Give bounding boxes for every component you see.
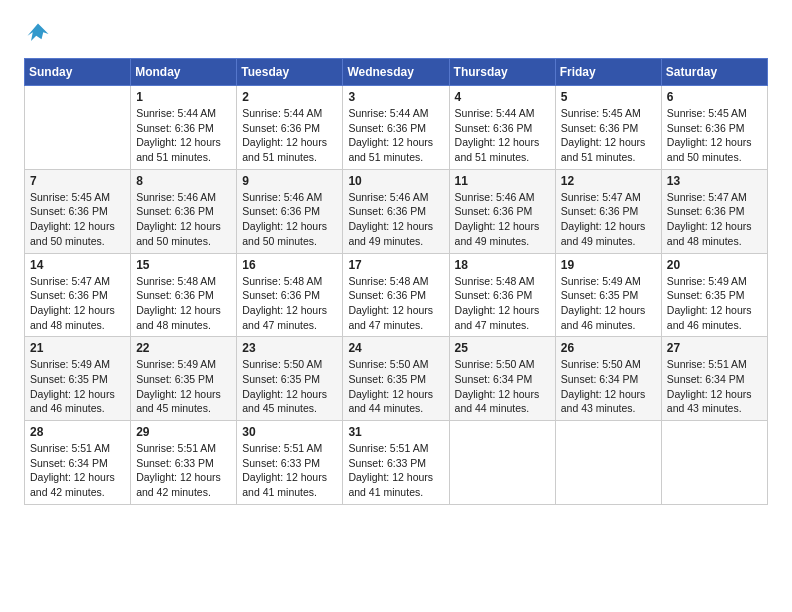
day-number: 7 bbox=[30, 174, 125, 188]
day-info: Sunrise: 5:49 AMSunset: 6:35 PMDaylight:… bbox=[30, 357, 125, 416]
day-info: Sunrise: 5:51 AMSunset: 6:34 PMDaylight:… bbox=[30, 441, 125, 500]
day-number: 22 bbox=[136, 341, 231, 355]
day-header: Sunday bbox=[25, 59, 131, 86]
day-info: Sunrise: 5:49 AMSunset: 6:35 PMDaylight:… bbox=[667, 274, 762, 333]
calendar-cell: 5Sunrise: 5:45 AMSunset: 6:36 PMDaylight… bbox=[555, 86, 661, 170]
day-info: Sunrise: 5:46 AMSunset: 6:36 PMDaylight:… bbox=[348, 190, 443, 249]
day-number: 23 bbox=[242, 341, 337, 355]
calendar-cell: 24Sunrise: 5:50 AMSunset: 6:35 PMDayligh… bbox=[343, 337, 449, 421]
calendar-cell: 4Sunrise: 5:44 AMSunset: 6:36 PMDaylight… bbox=[449, 86, 555, 170]
calendar-cell: 31Sunrise: 5:51 AMSunset: 6:33 PMDayligh… bbox=[343, 421, 449, 505]
day-number: 1 bbox=[136, 90, 231, 104]
calendar-cell: 11Sunrise: 5:46 AMSunset: 6:36 PMDayligh… bbox=[449, 169, 555, 253]
day-number: 12 bbox=[561, 174, 656, 188]
day-header: Thursday bbox=[449, 59, 555, 86]
day-info: Sunrise: 5:44 AMSunset: 6:36 PMDaylight:… bbox=[455, 106, 550, 165]
calendar-week-row: 1Sunrise: 5:44 AMSunset: 6:36 PMDaylight… bbox=[25, 86, 768, 170]
day-number: 11 bbox=[455, 174, 550, 188]
calendar-cell: 16Sunrise: 5:48 AMSunset: 6:36 PMDayligh… bbox=[237, 253, 343, 337]
day-number: 13 bbox=[667, 174, 762, 188]
day-info: Sunrise: 5:44 AMSunset: 6:36 PMDaylight:… bbox=[242, 106, 337, 165]
day-header: Friday bbox=[555, 59, 661, 86]
calendar-table: SundayMondayTuesdayWednesdayThursdayFrid… bbox=[24, 58, 768, 505]
day-number: 5 bbox=[561, 90, 656, 104]
day-header: Wednesday bbox=[343, 59, 449, 86]
day-number: 14 bbox=[30, 258, 125, 272]
day-number: 8 bbox=[136, 174, 231, 188]
calendar-week-row: 14Sunrise: 5:47 AMSunset: 6:36 PMDayligh… bbox=[25, 253, 768, 337]
day-info: Sunrise: 5:44 AMSunset: 6:36 PMDaylight:… bbox=[348, 106, 443, 165]
day-number: 17 bbox=[348, 258, 443, 272]
calendar-cell: 22Sunrise: 5:49 AMSunset: 6:35 PMDayligh… bbox=[131, 337, 237, 421]
calendar-cell: 1Sunrise: 5:44 AMSunset: 6:36 PMDaylight… bbox=[131, 86, 237, 170]
day-info: Sunrise: 5:51 AMSunset: 6:34 PMDaylight:… bbox=[667, 357, 762, 416]
calendar-cell: 30Sunrise: 5:51 AMSunset: 6:33 PMDayligh… bbox=[237, 421, 343, 505]
day-info: Sunrise: 5:51 AMSunset: 6:33 PMDaylight:… bbox=[136, 441, 231, 500]
day-number: 10 bbox=[348, 174, 443, 188]
logo bbox=[24, 20, 56, 48]
day-info: Sunrise: 5:48 AMSunset: 6:36 PMDaylight:… bbox=[136, 274, 231, 333]
svg-marker-0 bbox=[28, 24, 49, 42]
day-info: Sunrise: 5:51 AMSunset: 6:33 PMDaylight:… bbox=[242, 441, 337, 500]
day-header: Monday bbox=[131, 59, 237, 86]
calendar-header-row: SundayMondayTuesdayWednesdayThursdayFrid… bbox=[25, 59, 768, 86]
calendar-cell: 26Sunrise: 5:50 AMSunset: 6:34 PMDayligh… bbox=[555, 337, 661, 421]
day-number: 30 bbox=[242, 425, 337, 439]
day-number: 29 bbox=[136, 425, 231, 439]
day-number: 24 bbox=[348, 341, 443, 355]
day-info: Sunrise: 5:47 AMSunset: 6:36 PMDaylight:… bbox=[667, 190, 762, 249]
day-info: Sunrise: 5:50 AMSunset: 6:34 PMDaylight:… bbox=[561, 357, 656, 416]
calendar-week-row: 28Sunrise: 5:51 AMSunset: 6:34 PMDayligh… bbox=[25, 421, 768, 505]
calendar-cell bbox=[449, 421, 555, 505]
calendar-cell: 21Sunrise: 5:49 AMSunset: 6:35 PMDayligh… bbox=[25, 337, 131, 421]
page-header bbox=[24, 20, 768, 48]
day-number: 18 bbox=[455, 258, 550, 272]
calendar-cell: 28Sunrise: 5:51 AMSunset: 6:34 PMDayligh… bbox=[25, 421, 131, 505]
day-number: 3 bbox=[348, 90, 443, 104]
day-info: Sunrise: 5:47 AMSunset: 6:36 PMDaylight:… bbox=[30, 274, 125, 333]
day-info: Sunrise: 5:46 AMSunset: 6:36 PMDaylight:… bbox=[455, 190, 550, 249]
day-header: Tuesday bbox=[237, 59, 343, 86]
day-number: 19 bbox=[561, 258, 656, 272]
calendar-cell: 3Sunrise: 5:44 AMSunset: 6:36 PMDaylight… bbox=[343, 86, 449, 170]
day-info: Sunrise: 5:46 AMSunset: 6:36 PMDaylight:… bbox=[136, 190, 231, 249]
day-info: Sunrise: 5:44 AMSunset: 6:36 PMDaylight:… bbox=[136, 106, 231, 165]
calendar-cell: 15Sunrise: 5:48 AMSunset: 6:36 PMDayligh… bbox=[131, 253, 237, 337]
calendar-cell: 27Sunrise: 5:51 AMSunset: 6:34 PMDayligh… bbox=[661, 337, 767, 421]
day-info: Sunrise: 5:50 AMSunset: 6:35 PMDaylight:… bbox=[348, 357, 443, 416]
calendar-cell bbox=[555, 421, 661, 505]
day-number: 15 bbox=[136, 258, 231, 272]
day-info: Sunrise: 5:46 AMSunset: 6:36 PMDaylight:… bbox=[242, 190, 337, 249]
day-number: 6 bbox=[667, 90, 762, 104]
calendar-cell: 18Sunrise: 5:48 AMSunset: 6:36 PMDayligh… bbox=[449, 253, 555, 337]
day-info: Sunrise: 5:49 AMSunset: 6:35 PMDaylight:… bbox=[561, 274, 656, 333]
calendar-cell: 9Sunrise: 5:46 AMSunset: 6:36 PMDaylight… bbox=[237, 169, 343, 253]
day-header: Saturday bbox=[661, 59, 767, 86]
day-info: Sunrise: 5:49 AMSunset: 6:35 PMDaylight:… bbox=[136, 357, 231, 416]
day-info: Sunrise: 5:48 AMSunset: 6:36 PMDaylight:… bbox=[348, 274, 443, 333]
day-number: 9 bbox=[242, 174, 337, 188]
calendar-cell: 2Sunrise: 5:44 AMSunset: 6:36 PMDaylight… bbox=[237, 86, 343, 170]
calendar-cell: 7Sunrise: 5:45 AMSunset: 6:36 PMDaylight… bbox=[25, 169, 131, 253]
day-number: 25 bbox=[455, 341, 550, 355]
day-info: Sunrise: 5:48 AMSunset: 6:36 PMDaylight:… bbox=[242, 274, 337, 333]
day-number: 2 bbox=[242, 90, 337, 104]
day-info: Sunrise: 5:45 AMSunset: 6:36 PMDaylight:… bbox=[561, 106, 656, 165]
day-info: Sunrise: 5:48 AMSunset: 6:36 PMDaylight:… bbox=[455, 274, 550, 333]
calendar-cell: 12Sunrise: 5:47 AMSunset: 6:36 PMDayligh… bbox=[555, 169, 661, 253]
day-number: 4 bbox=[455, 90, 550, 104]
calendar-week-row: 7Sunrise: 5:45 AMSunset: 6:36 PMDaylight… bbox=[25, 169, 768, 253]
day-number: 27 bbox=[667, 341, 762, 355]
calendar-cell: 6Sunrise: 5:45 AMSunset: 6:36 PMDaylight… bbox=[661, 86, 767, 170]
logo-icon bbox=[24, 20, 52, 48]
calendar-cell: 19Sunrise: 5:49 AMSunset: 6:35 PMDayligh… bbox=[555, 253, 661, 337]
day-number: 26 bbox=[561, 341, 656, 355]
calendar-cell: 8Sunrise: 5:46 AMSunset: 6:36 PMDaylight… bbox=[131, 169, 237, 253]
day-info: Sunrise: 5:47 AMSunset: 6:36 PMDaylight:… bbox=[561, 190, 656, 249]
calendar-cell: 29Sunrise: 5:51 AMSunset: 6:33 PMDayligh… bbox=[131, 421, 237, 505]
day-number: 20 bbox=[667, 258, 762, 272]
day-number: 31 bbox=[348, 425, 443, 439]
day-number: 16 bbox=[242, 258, 337, 272]
calendar-week-row: 21Sunrise: 5:49 AMSunset: 6:35 PMDayligh… bbox=[25, 337, 768, 421]
calendar-cell bbox=[661, 421, 767, 505]
